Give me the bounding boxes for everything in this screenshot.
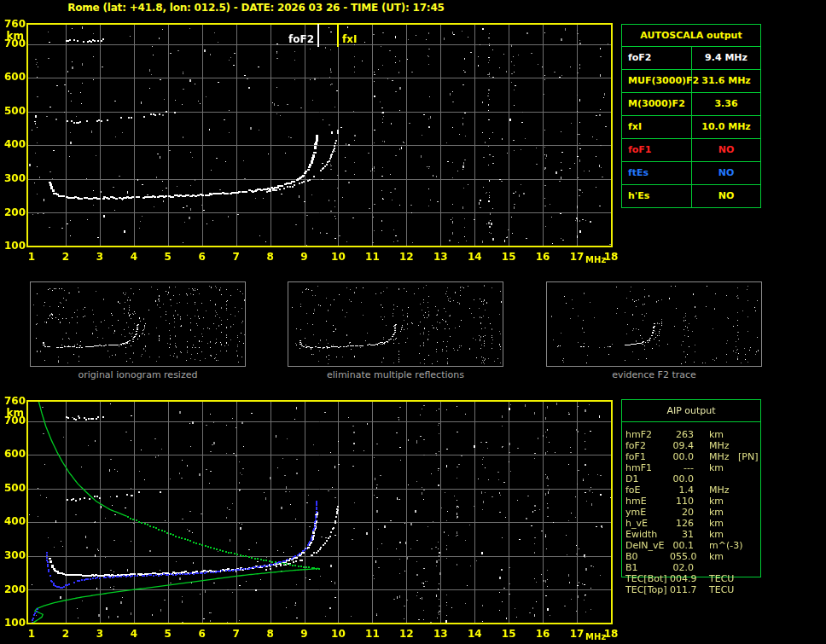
aip-param-label: DelN_vE (621, 540, 670, 551)
aip-param-value: 1.4 (670, 484, 694, 496)
aip-param-value: 20 (670, 507, 694, 518)
aip-param-unit: m^(-3) (709, 540, 735, 551)
aip-param-unit (709, 562, 735, 573)
autoscala-param-value: 9.4 MHz (692, 47, 760, 69)
aip-param-label: foE (621, 484, 670, 496)
aip-row: hmF1 --- km (621, 462, 766, 473)
autoscala-table-row: fxI 10.0 MHz (622, 116, 760, 139)
aip-param-label: Ewidth (621, 529, 670, 540)
autoscala-output-screen: Rome (lat: +41.8, lon: 012.5) - DATE: 20… (0, 0, 826, 644)
aip-rows: hmF2 263 km foF2 09.4 MHz foF1 00.0 MHz … (621, 429, 766, 595)
aip-row: D1 00.0 (621, 473, 766, 484)
thumbnail-caption-eliminate: eliminate multiple reflections (288, 369, 503, 380)
aip-param-unit: TECU (709, 584, 735, 595)
aip-param-value: 02.0 (670, 562, 694, 573)
aip-param-unit: km (709, 551, 735, 562)
aip-panel-header: AIP output (622, 400, 760, 422)
aip-param-label: h_vE (621, 518, 670, 529)
autoscala-table-row: h'Es NO (622, 185, 760, 207)
autoscala-table-header: AUTOSCALA output (622, 25, 760, 47)
autoscala-table-row: foF2 9.4 MHz (622, 47, 760, 70)
autoscala-param-label: foF1 (622, 139, 692, 161)
aip-param-unit (709, 473, 735, 484)
aip-param-label: hmE (621, 496, 670, 507)
aip-param-value: 263 (670, 429, 694, 440)
autoscala-table-row: MUF(3000)F2 31.6 MHz (622, 70, 760, 93)
aip-param-unit: MHz (709, 440, 735, 451)
thumbnail-eliminate-multiple-reflections (288, 281, 503, 367)
aip-param-label: B0 (621, 551, 670, 562)
aip-param-label: TEC[Top] (621, 584, 670, 595)
aip-row: foE 1.4 MHz (621, 484, 766, 496)
aip-row: DelN_vE 00.1 m^(-3) (621, 540, 766, 551)
autoscala-param-value: 31.6 MHz (692, 70, 760, 92)
thumbnail-caption-evidence: evidence F2 trace (546, 369, 762, 380)
autoscala-param-label: ftEs (622, 162, 692, 184)
aip-param-unit: MHz (709, 451, 735, 462)
bottom-ionogram-plot (0, 394, 623, 643)
aip-row: TEC[Bot] 004.9 TECU (621, 573, 766, 584)
aip-row: foF2 09.4 MHz (621, 440, 766, 451)
aip-param-unit: km (709, 529, 735, 540)
aip-param-label: foF1 (621, 451, 670, 462)
aip-param-value: 31 (670, 529, 694, 540)
aip-param-value: 09.4 (670, 440, 694, 451)
station-date-title: Rome (lat: +41.8, lon: 012.5) - DATE: 20… (26, 2, 486, 14)
autoscala-table-row: foF1 NO (622, 139, 760, 162)
aip-param-unit: MHz (709, 484, 735, 496)
aip-row: h_vE 126 km (621, 518, 766, 529)
aip-param-unit: km (709, 496, 735, 507)
top-ionogram-plot (0, 17, 623, 266)
aip-param-value: 110 (670, 496, 694, 507)
autoscala-param-value: NO (692, 162, 760, 184)
aip-param-label: hmF2 (621, 429, 670, 440)
autoscala-param-value: 10.0 MHz (692, 116, 760, 138)
aip-param-label: ymE (621, 507, 670, 518)
autoscala-param-label: MUF(3000)F2 (622, 70, 692, 92)
autoscala-table-row: M(3000)F2 3.36 (622, 93, 760, 116)
aip-row: ymE 20 km (621, 507, 766, 518)
thumbnail-caption-original: original ionogram resized (30, 369, 246, 380)
autoscala-table-rows: foF2 9.4 MHz MUF(3000)F2 31.6 MHz M(3000… (622, 47, 760, 207)
aip-param-value: 00.0 (670, 451, 694, 462)
aip-row: foF1 00.0 MHz [PN] (621, 451, 766, 462)
autoscala-param-label: fxI (622, 116, 692, 138)
aip-row: Ewidth 31 km (621, 529, 766, 540)
aip-param-unit: km (709, 429, 735, 440)
autoscala-param-label: M(3000)F2 (622, 93, 692, 115)
aip-param-label: TEC[Bot] (621, 573, 670, 584)
thumbnail-original-ionogram (30, 281, 246, 367)
autoscala-param-label: h'Es (622, 185, 692, 207)
aip-param-value: 126 (670, 518, 694, 529)
autoscala-table-row: ftEs NO (622, 162, 760, 185)
aip-param-label: D1 (621, 473, 670, 484)
aip-row: hmF2 263 km (621, 429, 766, 440)
aip-param-note: [PN] (738, 451, 758, 462)
aip-param-label: foF2 (621, 440, 670, 451)
aip-param-unit: TECU (709, 573, 735, 584)
aip-param-value: 055.0 (670, 551, 694, 562)
autoscala-param-value: 3.36 (692, 93, 760, 115)
thumbnail-evidence-f2-trace (546, 281, 762, 367)
aip-param-unit: km (709, 462, 735, 473)
aip-row: hmE 110 km (621, 496, 766, 507)
aip-param-value: 011.7 (670, 584, 694, 595)
aip-param-unit: km (709, 507, 735, 518)
aip-param-label: B1 (621, 562, 670, 573)
aip-param-value: --- (670, 462, 694, 473)
aip-param-unit: km (709, 518, 735, 529)
aip-row: TEC[Top] 011.7 TECU (621, 584, 766, 595)
autoscala-table: AUTOSCALA output foF2 9.4 MHz MUF(3000)F… (621, 24, 761, 208)
aip-param-value: 00.0 (670, 473, 694, 484)
aip-row: B0 055.0 km (621, 551, 766, 562)
aip-param-value: 004.9 (670, 573, 694, 584)
aip-row: B1 02.0 (621, 562, 766, 573)
autoscala-param-value: NO (692, 139, 760, 161)
autoscala-param-value: NO (692, 185, 760, 207)
autoscala-param-label: foF2 (622, 47, 692, 69)
aip-param-value: 00.1 (670, 540, 694, 551)
aip-param-label: hmF1 (621, 462, 670, 473)
